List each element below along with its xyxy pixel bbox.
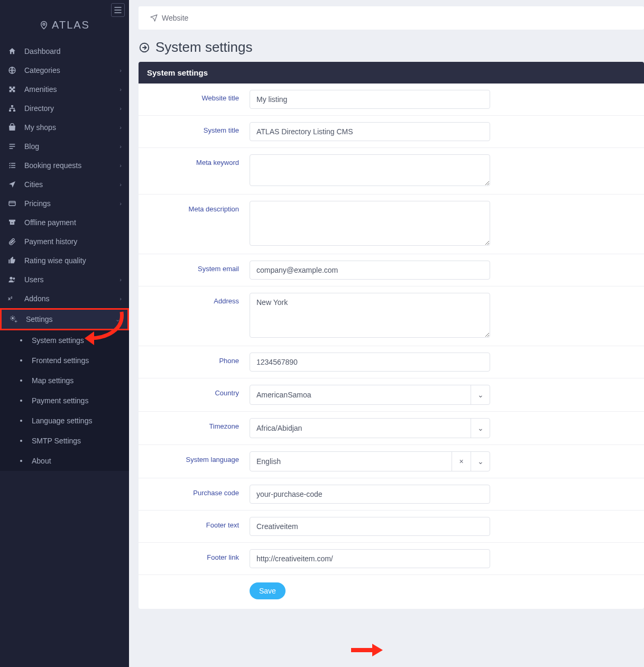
label-footer-text: Footer text (147, 517, 250, 529)
sidebar-item-blog[interactable]: Blog › (0, 137, 129, 156)
sidebar-item-offline-payment[interactable]: Offline payment (0, 213, 129, 232)
home-icon (7, 47, 17, 56)
svg-rect-6 (9, 220, 15, 221)
select-language-value: English (250, 452, 452, 471)
clear-icon[interactable]: × (452, 452, 471, 471)
sidebar-item-rating[interactable]: Rating wise quality (0, 251, 129, 270)
label-system-email: System email (147, 261, 250, 273)
svg-point-11 (15, 321, 17, 322)
sidebar-sub-language-settings[interactable]: Language settings (0, 411, 129, 431)
tasks-icon (7, 161, 17, 170)
textarea-address[interactable] (250, 293, 490, 338)
sidebar-item-label: Addons (24, 294, 49, 303)
sidebar-item-payment-history[interactable]: Payment history (0, 232, 129, 251)
map-pin-icon (39, 21, 49, 30)
save-button[interactable]: Save (250, 582, 286, 599)
label-meta-description: Meta description (147, 201, 250, 213)
sidebar-item-label: Amenities (24, 85, 57, 94)
sidebar-item-pricings[interactable]: Pricings › (0, 194, 129, 213)
sidebar-sub-frontend-settings[interactable]: Frontend settings (0, 350, 129, 370)
sidebar-item-label: Map settings (32, 376, 73, 385)
brand-name: ATLAS (52, 19, 90, 31)
sidebar-item-categories[interactable]: Categories › (0, 61, 129, 80)
archive-icon (7, 218, 17, 227)
sidebar-item-label: Dashboard (24, 47, 61, 55)
sidebar-sub-payment-settings[interactable]: Payment settings (0, 391, 129, 411)
label-timezone: Timezone (147, 418, 250, 430)
sidebar-item-addons[interactable]: x² Addons › (0, 289, 129, 308)
chevron-right-icon: › (119, 162, 122, 169)
sidebar-item-dashboard[interactable]: Dashboard (0, 42, 129, 61)
sidebar-item-label: SMTP Settings (32, 437, 81, 445)
chevron-down-icon[interactable]: ⌄ (471, 452, 490, 471)
input-footer-text[interactable] (250, 517, 490, 536)
cogs-icon (9, 314, 19, 324)
chevron-right-icon: › (119, 124, 122, 131)
breadcrumb-website-link[interactable]: Website (162, 14, 188, 22)
sidebar-item-label: Rating wise quality (24, 256, 86, 265)
label-country: Country (147, 385, 250, 397)
sidebar-item-label: Settings (26, 315, 53, 323)
settings-submenu: System settings Frontend settings Map se… (0, 330, 129, 471)
sidebar-sub-about[interactable]: About (0, 451, 129, 471)
globe-icon (7, 66, 17, 75)
annotation-arrow-icon (351, 644, 383, 656)
svg-point-8 (13, 277, 15, 280)
sidebar-item-label: Payment history (24, 237, 77, 246)
location-arrow-icon (7, 180, 17, 189)
chevron-down-icon[interactable]: ⌄ (471, 385, 490, 404)
menu-toggle-button[interactable] (111, 3, 125, 17)
select-country-value: AmericanSamoa (250, 385, 471, 404)
select-country[interactable]: AmericanSamoa ⌄ (250, 385, 490, 405)
label-system-language: System language (147, 451, 250, 464)
credit-card-icon (7, 199, 17, 208)
bullet-icon (20, 400, 22, 402)
sidebar-sub-system-settings[interactable]: System settings (0, 330, 129, 350)
select-system-language[interactable]: English × ⌄ (250, 451, 490, 471)
bullet-icon (20, 420, 22, 422)
sidebar-item-myshops[interactable]: My shops › (0, 118, 129, 137)
sidebar-sub-smtp-settings[interactable]: SMTP Settings (0, 431, 129, 451)
brand-logo[interactable]: ATLAS (0, 17, 129, 42)
sidebar-item-directory[interactable]: Directory › (0, 99, 129, 118)
input-website-title[interactable] (250, 90, 490, 109)
input-system-title[interactable] (250, 122, 490, 141)
bullet-icon (20, 339, 22, 341)
svg-rect-2 (11, 105, 13, 107)
input-system-email[interactable] (250, 261, 490, 280)
sidebar-item-label: System settings (32, 336, 84, 345)
input-footer-link[interactable] (250, 549, 490, 568)
textarea-meta-keyword[interactable] (250, 154, 490, 186)
sidebar-item-label: Pricings (24, 199, 51, 208)
chevron-right-icon: › (119, 67, 122, 73)
input-phone[interactable] (250, 353, 490, 372)
select-timezone[interactable]: Africa/Abidjan ⌄ (250, 418, 490, 438)
chevron-right-icon: › (119, 105, 122, 112)
sidebar-item-label: Frontend settings (32, 356, 89, 365)
sidebar-item-settings[interactable]: Settings ⌄ (2, 310, 127, 329)
sidebar-item-label: Directory (24, 104, 54, 113)
sitemap-icon (7, 104, 17, 113)
sidebar-item-label: Booking requests (24, 161, 81, 170)
input-purchase-code[interactable] (250, 485, 490, 504)
label-phone: Phone (147, 353, 250, 365)
chevron-right-icon: › (119, 200, 122, 207)
textarea-meta-description[interactable] (250, 201, 490, 246)
chevron-down-icon[interactable]: ⌄ (471, 419, 490, 438)
sidebar-item-users[interactable]: Users › (0, 270, 129, 289)
sidebar-item-label: Language settings (32, 416, 92, 425)
sidebar-item-booking[interactable]: Booking requests › (0, 156, 129, 175)
sidebar-item-amenities[interactable]: Amenities › (0, 80, 129, 99)
select-timezone-value: Africa/Abidjan (250, 419, 471, 438)
superscript-icon: x² (7, 294, 17, 303)
bullet-icon (20, 440, 22, 442)
sidebar-item-label: Offline payment (24, 218, 76, 227)
bullet-icon (20, 359, 22, 362)
main-content: Website System settings System settings … (129, 0, 644, 667)
sidebar-item-cities[interactable]: Cities › (0, 175, 129, 194)
sidebar-sub-map-settings[interactable]: Map settings (0, 370, 129, 391)
chevron-down-icon: ⌄ (115, 316, 120, 323)
svg-point-10 (12, 317, 14, 319)
system-settings-panel: System settings Website title System tit… (139, 62, 644, 609)
sidebar-item-label: Categories (24, 66, 60, 75)
